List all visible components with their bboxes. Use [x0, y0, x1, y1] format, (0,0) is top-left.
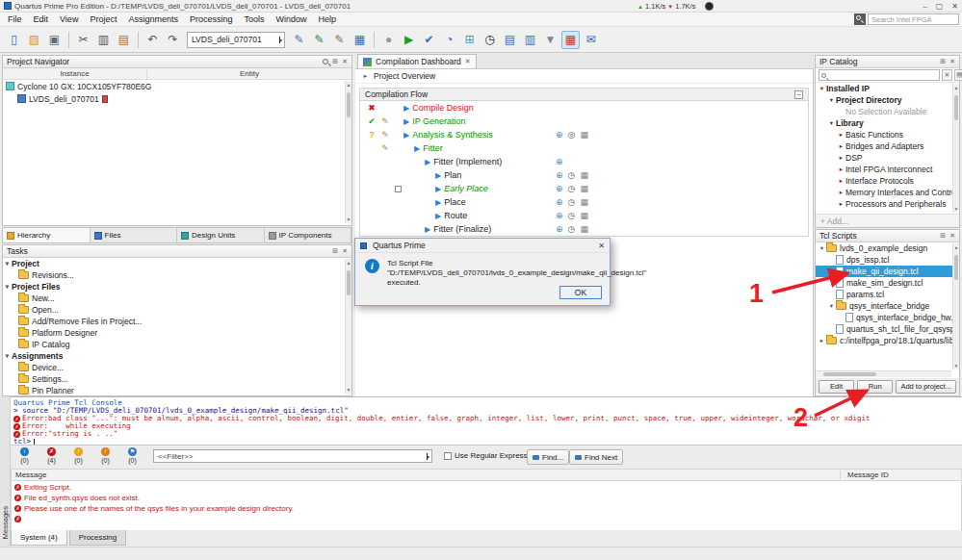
stage-row-compile-design[interactable]: ✖▶Compile Design — [360, 101, 808, 115]
expander-icon[interactable]: ▾ — [818, 244, 826, 252]
catalog-view-icon[interactable]: ▤ — [954, 69, 962, 81]
expander-icon[interactable]: ▸ — [818, 337, 826, 344]
float-panel-icon[interactable]: ⊞ — [940, 58, 946, 65]
expander-icon[interactable]: ▸ — [837, 200, 845, 208]
run-stage-icon[interactable]: ▶ — [403, 117, 409, 126]
stage-checkbox[interactable] — [392, 186, 403, 192]
close-panel-icon[interactable]: ✕ — [342, 247, 348, 255]
float-panel-icon[interactable]: ⊞ — [332, 58, 338, 65]
edit-button[interactable]: Edit — [819, 380, 854, 394]
info-filter[interactable]: i(0) — [13, 447, 36, 464]
find-next-button[interactable]: Find Next — [569, 449, 623, 465]
stage-row-fitter-implement[interactable]: ▶Fitter (Implement)⊕ — [360, 155, 808, 168]
tcl-item-params-tcl[interactable]: params.tcl — [816, 289, 959, 300]
vertical-scrollbar[interactable]: ▲▼ — [345, 259, 351, 394]
open-folder-icon[interactable]: ▨ — [25, 31, 43, 49]
ip-item-dsp[interactable]: ▸DSP — [816, 152, 959, 164]
tasks-item-ip-catalog[interactable]: IP Catalog — [3, 339, 351, 350]
expander-icon[interactable]: ▸ — [361, 72, 370, 80]
copy-icon[interactable]: ▥ — [94, 31, 113, 49]
ip-item-basic-functions[interactable]: ▸Basic Functions — [816, 129, 959, 140]
edit-assignments-icon[interactable]: ✎ — [378, 143, 392, 153]
stage-row-fitter-finalize[interactable]: ▶Fitter (Finalize)⊕◷▦ — [360, 222, 808, 236]
comment-icon[interactable]: ✉ — [582, 31, 600, 49]
netlist-icon[interactable]: ▦ — [580, 184, 588, 193]
menu-project[interactable]: Project — [84, 14, 122, 24]
clock-icon[interactable]: ◷ — [568, 197, 576, 207]
menu-edit[interactable]: Edit — [28, 14, 55, 24]
run-stage-icon[interactable]: ▶ — [414, 144, 420, 153]
analysis-synthesis-icon[interactable]: ✔ — [420, 31, 438, 49]
collapse-panel-icon[interactable]: – — [794, 90, 803, 99]
stage-row-early-place[interactable]: ▶Early Place⊕◷▦ — [360, 182, 808, 195]
report-icon[interactable]: ⊕ — [556, 224, 563, 234]
dialog-titlebar[interactable]: Quartus Prime ✕ — [355, 239, 610, 253]
minimize-button[interactable]: – — [923, 2, 926, 11]
report-icon[interactable]: ⊕ — [556, 197, 563, 207]
run-stage-icon[interactable]: ▶ — [435, 185, 441, 193]
tasks-item-settings[interactable]: Settings... — [3, 373, 351, 385]
clock-icon[interactable]: ◷ — [481, 31, 499, 49]
run-button[interactable]: Run — [857, 380, 893, 394]
expander-icon[interactable]: ▾ — [3, 352, 12, 360]
maximize-button[interactable]: ▢ — [936, 2, 944, 11]
edit-assignments-icon[interactable]: ✎ — [378, 116, 392, 126]
expander-icon[interactable]: ▾ — [827, 96, 836, 104]
ip-item-memory-interfaces-and-controllers[interactable]: ▸Memory Interfaces and Controllers — [816, 187, 959, 198]
chip-planner-icon[interactable]: ▦ — [351, 31, 369, 49]
tcl-item-qsys-interface-bridge-hw-tcl[interactable]: qsys_interface_bridge_hw.tcl — [816, 312, 959, 323]
messages-side-tab[interactable]: Messages — [1, 506, 10, 539]
expander-icon[interactable]: ▸ — [837, 142, 845, 150]
tasks-section-project-files[interactable]: ▾Project Files — [3, 281, 351, 293]
stage-row-plan[interactable]: ▶Plan⊕◷▦ — [360, 168, 808, 182]
ip-item-intel-fpga-interconnect[interactable]: ▸Intel FPGA Interconnect — [816, 164, 959, 175]
ip-item-bridges-and-adapters[interactable]: ▸Bridges and Adapters — [816, 140, 959, 152]
report-icon[interactable]: ⊕ — [556, 130, 563, 140]
menu-window[interactable]: Window — [270, 14, 312, 24]
clock-icon[interactable]: ◷ — [568, 211, 576, 220]
clock-icon[interactable]: ◷ — [568, 184, 576, 193]
technology-map-viewer-icon[interactable]: ▥ — [521, 31, 539, 49]
undo-icon[interactable]: ↶ — [143, 31, 162, 49]
cut-icon[interactable]: ✂ — [74, 31, 92, 49]
netlist-icon[interactable]: ▦ — [580, 224, 588, 234]
expander-icon[interactable]: ▸ — [837, 177, 845, 185]
tcl-item-qsys-interface-bridge[interactable]: ▾qsys_interface_bridge — [816, 300, 959, 312]
find-button[interactable]: Find... — [527, 449, 569, 465]
menu-assignments[interactable]: Assignments — [122, 14, 184, 24]
close-panel-icon[interactable]: ✕ — [949, 232, 955, 240]
tasks-section-assignments[interactable]: ▾Assignments — [3, 350, 351, 362]
expander-icon[interactable]: ▾ — [827, 302, 836, 310]
tcl-item-lvds-0-example-design[interactable]: ▾lvds_0_example_design — [816, 242, 959, 254]
ip-search-input[interactable] — [819, 69, 940, 81]
tasks-item-device[interactable]: Device... — [3, 362, 351, 373]
error-filter[interactable]: ✗(4) — [40, 447, 63, 464]
tasks-section-project[interactable]: ▾Project — [3, 258, 351, 269]
horizontal-scrollbar[interactable] — [816, 370, 951, 377]
tasks-item-add-remove-files-in-project[interactable]: Add/Remove Files in Project... — [3, 316, 351, 327]
column-header-entity[interactable]: Entity — [147, 68, 351, 79]
tcl-item-make-sim-design-tcl[interactable]: make_sim_design.tcl — [816, 277, 959, 289]
tcl-item-make-qii-design-tcl[interactable]: make_qii_design.tcl — [816, 266, 959, 277]
start-compilation-icon[interactable]: ▶ — [400, 31, 418, 49]
flag-filter[interactable]: ⚑(0) — [121, 447, 143, 464]
netlist-icon[interactable]: ▦ — [580, 197, 588, 207]
stage-row-fitter[interactable]: ✎▶Fitter — [360, 141, 808, 155]
expander-icon[interactable]: ▸ — [837, 165, 845, 173]
tab-processing[interactable]: Processing — [69, 530, 127, 546]
search-icon[interactable] — [323, 59, 328, 64]
tasks-item-new[interactable]: New... — [3, 293, 351, 304]
expander-icon[interactable]: ▸ — [837, 189, 845, 196]
message-row[interactable]: ✗Exiting Script. — [12, 482, 961, 493]
clear-search-icon[interactable]: ✕ — [942, 69, 952, 81]
rtl-viewer-icon[interactable]: ▤ — [501, 31, 519, 49]
paste-icon[interactable]: ▤ — [115, 31, 133, 49]
netlist-viewer-icon[interactable]: ⊞ — [460, 31, 479, 49]
vertical-scrollbar[interactable]: ▲▼ — [345, 81, 351, 223]
dialog-close-icon[interactable]: ✕ — [598, 242, 605, 250]
tray-icon[interactable] — [705, 2, 714, 11]
navtab-ip-components[interactable]: IP Components — [265, 228, 352, 242]
run-stage-icon[interactable]: ▶ — [425, 158, 430, 166]
filter-combo[interactable]: <<Filter>> ▾ — [153, 449, 432, 463]
float-panel-icon[interactable]: ⊞ — [332, 247, 338, 255]
